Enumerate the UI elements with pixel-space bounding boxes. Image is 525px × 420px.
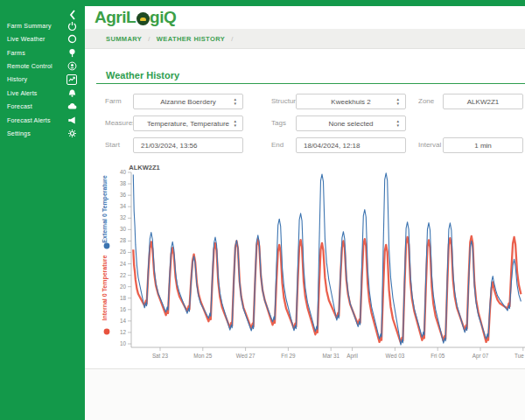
legend-label: External 0 Temperature — [102, 175, 108, 242]
tags-value: None selected — [328, 120, 373, 128]
tags-label: Tags — [271, 116, 286, 131]
y-tick-label: 12 — [120, 329, 127, 335]
zone-input[interactable]: ALKW2Z1 — [443, 94, 523, 109]
farm-value: Alzanne Boerdery — [160, 98, 216, 106]
sidebar-item-forecast-alerts[interactable]: Forecast Alerts — [0, 113, 85, 127]
logo-text-prefix: AgriL — [94, 8, 136, 27]
app-header: AgriL giQ — [85, 6, 525, 29]
bell-icon — [66, 88, 77, 98]
x-tick-label: April — [346, 353, 358, 360]
y-tick-label: 40 — [120, 169, 127, 175]
interval-label: Interval — [418, 137, 441, 153]
sidebar-item-label: Live Alerts — [7, 90, 38, 96]
start-label: Start — [105, 137, 120, 153]
interval-value: 1 min — [474, 142, 492, 150]
sidebar-item-label: Settings — [7, 130, 31, 136]
interval-input[interactable]: 1 min — [443, 137, 523, 153]
temperature-line-chart: 10121416182022242628303234363840Sat 23Mo… — [96, 162, 525, 376]
chart-title: ALKW2Z1 — [129, 164, 159, 172]
y-tick-label: 24 — [120, 261, 127, 267]
farm-label: Farm — [105, 94, 122, 109]
end-value: 18/04/2024, 12:18 — [304, 142, 360, 150]
sidebar-item-history[interactable]: History — [0, 73, 85, 87]
select-stepper-icon: ▴▾ — [396, 119, 399, 128]
sidebar-item-label: Forecast Alerts — [7, 117, 51, 123]
measures-value: Temperature, Temperature — [147, 120, 229, 128]
legend-dot — [104, 329, 110, 335]
tree-icon — [66, 47, 77, 58]
breadcrumb-weather-history[interactable]: WEATHER HISTORY — [157, 35, 225, 43]
x-tick-label: Apr 07 — [472, 353, 489, 360]
y-tick-label: 34 — [120, 203, 127, 209]
structure-select[interactable]: Kweekhuis 2 ▴▾ — [296, 94, 406, 109]
start-datetime-input[interactable]: 21/03/2024, 13:56 — [133, 137, 243, 153]
select-stepper-icon: ▴▾ — [234, 119, 236, 128]
sidebar-item-remote-control[interactable]: Remote Control — [0, 60, 85, 74]
y-tick-label: 10 — [120, 340, 127, 346]
select-stepper-icon: ▴▾ — [396, 97, 399, 106]
cloud-icon — [66, 102, 77, 112]
support-person-icon — [66, 60, 77, 71]
sidebar-item-farm-summary[interactable]: Farm Summary — [0, 19, 85, 33]
select-stepper-icon: ▴▾ — [234, 97, 236, 106]
line-chart-icon — [66, 74, 77, 85]
breadcrumb-separator: / — [231, 35, 233, 43]
sidebar-item-farms[interactable]: Farms — [0, 46, 85, 60]
end-datetime-input[interactable]: 18/04/2024, 12:18 — [296, 137, 406, 153]
sidebar-item-label: History — [7, 76, 27, 82]
x-tick-label: Fri 29 — [281, 353, 296, 359]
external-temperature-line — [133, 173, 521, 345]
gear-icon — [66, 128, 77, 138]
breadcrumb: SUMMARY / WEATHER HISTORY / — [85, 29, 525, 49]
measures-select[interactable]: Temperature, Temperature ▴▾ — [133, 116, 243, 131]
tractor-circle-icon — [136, 12, 150, 25]
structure-value: Kweekhuis 2 — [331, 98, 370, 106]
y-tick-label: 30 — [120, 226, 127, 232]
y-tick-label: 18 — [120, 295, 127, 301]
x-tick-label: Wed 03 — [386, 353, 405, 359]
y-tick-label: 28 — [120, 237, 127, 243]
y-tick-label: 22 — [120, 272, 127, 278]
sidebar-item-label: Farm Summary — [7, 23, 52, 29]
sidebar-nav: Farm SummaryLive WeatherFarmsRemote Cont… — [0, 6, 85, 420]
tags-select[interactable]: None selected ▴▾ — [296, 116, 406, 131]
megaphone-icon — [66, 115, 77, 125]
circle-icon — [66, 34, 77, 45]
y-tick-label: 38 — [120, 180, 127, 186]
x-tick-label: Tue 09 — [514, 353, 525, 359]
y-tick-label: 36 — [120, 192, 127, 198]
logo-text-suffix: giQ — [150, 8, 176, 27]
zone-value: ALKW2Z1 — [467, 98, 499, 106]
x-tick-label: Mar 31 — [322, 353, 340, 359]
power-icon — [66, 20, 77, 31]
sidebar-item-settings[interactable]: Settings — [0, 127, 85, 141]
sidebar-item-forecast[interactable]: Forecast — [0, 100, 85, 114]
x-tick-label: Mon 25 — [193, 353, 213, 359]
weather-history-chart: 10121416182022242628303234363840Sat 23Mo… — [96, 162, 525, 376]
sidebar-item-label: Farms — [7, 50, 25, 56]
agrilogiq-logo: AgriL giQ — [94, 8, 176, 27]
sidebar-item-label: Remote Control — [7, 63, 52, 69]
page-title: Weather History — [106, 70, 179, 80]
breadcrumb-summary[interactable]: SUMMARY — [106, 35, 142, 43]
y-tick-label: 16 — [120, 306, 127, 312]
farm-select[interactable]: Alzanne Boerdery ▴▾ — [133, 94, 243, 109]
title-divider — [96, 83, 525, 84]
x-tick-label: Fri 05 — [430, 353, 445, 359]
y-tick-label: 32 — [120, 214, 127, 220]
top-green-bar — [0, 0, 525, 6]
measures-label: Measures — [105, 116, 136, 131]
end-label: End — [271, 137, 284, 153]
legend-label: Internal 0 Temperature — [102, 255, 108, 320]
y-tick-label: 20 — [120, 284, 127, 290]
sidebar-item-live-weather[interactable]: Live Weather — [0, 32, 85, 46]
y-tick-label: 26 — [120, 248, 127, 255]
y-tick-label: 14 — [120, 318, 127, 324]
start-value: 21/03/2024, 13:56 — [141, 142, 198, 150]
sidebar-item-label: Live Weather — [7, 36, 46, 42]
sidebar-item-label: Forecast — [7, 103, 32, 109]
breadcrumb-separator: / — [148, 35, 150, 43]
sidebar-item-live-alerts[interactable]: Live Alerts — [0, 87, 85, 101]
zone-label: Zone — [418, 94, 434, 109]
x-tick-label: Wed 27 — [236, 353, 256, 359]
